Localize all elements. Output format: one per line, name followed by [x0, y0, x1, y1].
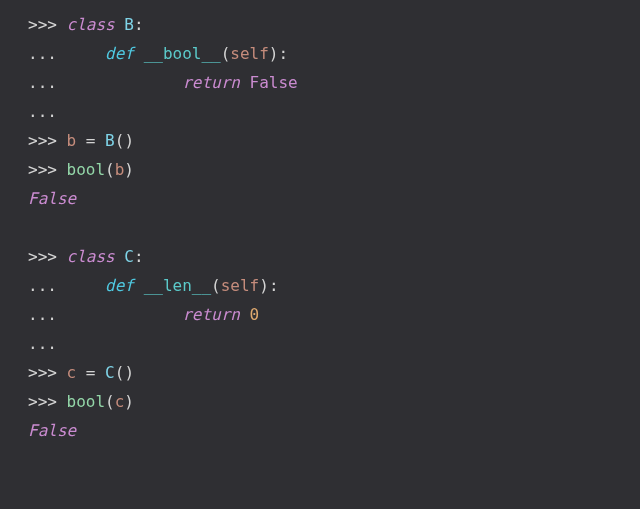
- lparen: (: [105, 160, 115, 179]
- repl-line: ... return False: [28, 73, 298, 92]
- rparen: ): [124, 131, 134, 150]
- rparen: ): [269, 44, 279, 63]
- repl-line: >>> c = C(): [28, 363, 134, 382]
- equals: =: [86, 363, 96, 382]
- cont-prompt: ...: [28, 102, 57, 121]
- cont-prompt: ...: [28, 44, 57, 63]
- output-false: False: [28, 189, 76, 208]
- repl-line: ... def __bool__(self):: [28, 44, 288, 63]
- lparen: (: [221, 44, 231, 63]
- var-c: c: [115, 392, 125, 411]
- keyword-return: return: [182, 305, 240, 324]
- colon: :: [279, 44, 289, 63]
- output-false: False: [28, 421, 76, 440]
- repl-line: >>> class C:: [28, 247, 144, 266]
- repl-line: ...: [28, 102, 57, 121]
- keyword-class: class: [67, 15, 115, 34]
- blank-line: [28, 218, 38, 237]
- primary-prompt: >>>: [28, 15, 57, 34]
- cont-prompt: ...: [28, 334, 57, 353]
- const-false: False: [250, 73, 298, 92]
- cont-prompt: ...: [28, 276, 57, 295]
- lparen: (: [115, 363, 125, 382]
- repl-line: >>> bool(c): [28, 392, 134, 411]
- var-b: b: [67, 131, 77, 150]
- var-c: c: [67, 363, 77, 382]
- rparen: ): [124, 160, 134, 179]
- method-name: __bool__: [144, 44, 221, 63]
- builtin-bool: bool: [67, 392, 106, 411]
- primary-prompt: >>>: [28, 363, 57, 382]
- repl-line: ... def __len__(self):: [28, 276, 279, 295]
- number-zero: 0: [250, 305, 260, 324]
- cont-prompt: ...: [28, 73, 57, 92]
- repl-line: ... return 0: [28, 305, 259, 324]
- primary-prompt: >>>: [28, 160, 57, 179]
- param-self: self: [230, 44, 269, 63]
- repl-line: >>> b = B(): [28, 131, 134, 150]
- python-repl-session: >>> class B: ... def __bool__(self): ...…: [0, 0, 640, 455]
- lparen: (: [211, 276, 221, 295]
- primary-prompt: >>>: [28, 392, 57, 411]
- class-name: C: [105, 363, 115, 382]
- repl-output: False: [28, 421, 76, 440]
- param-self: self: [221, 276, 260, 295]
- rparen: ): [124, 392, 134, 411]
- cont-prompt: ...: [28, 305, 57, 324]
- repl-line: >>> class B:: [28, 15, 144, 34]
- keyword-def: def: [105, 276, 134, 295]
- repl-output: False: [28, 189, 76, 208]
- repl-line: >>> bool(b): [28, 160, 134, 179]
- method-name: __len__: [144, 276, 211, 295]
- var-b: b: [115, 160, 125, 179]
- repl-line: ...: [28, 334, 57, 353]
- lparen: (: [105, 392, 115, 411]
- colon: :: [134, 247, 144, 266]
- keyword-class: class: [67, 247, 115, 266]
- colon: :: [269, 276, 279, 295]
- primary-prompt: >>>: [28, 247, 57, 266]
- keyword-return: return: [182, 73, 240, 92]
- rparen: ): [259, 276, 269, 295]
- rparen: ): [124, 363, 134, 382]
- class-name: C: [124, 247, 134, 266]
- colon: :: [134, 15, 144, 34]
- primary-prompt: >>>: [28, 131, 57, 150]
- keyword-def: def: [105, 44, 134, 63]
- lparen: (: [115, 131, 125, 150]
- class-name: B: [105, 131, 115, 150]
- class-name: B: [124, 15, 134, 34]
- builtin-bool: bool: [67, 160, 106, 179]
- equals: =: [86, 131, 96, 150]
